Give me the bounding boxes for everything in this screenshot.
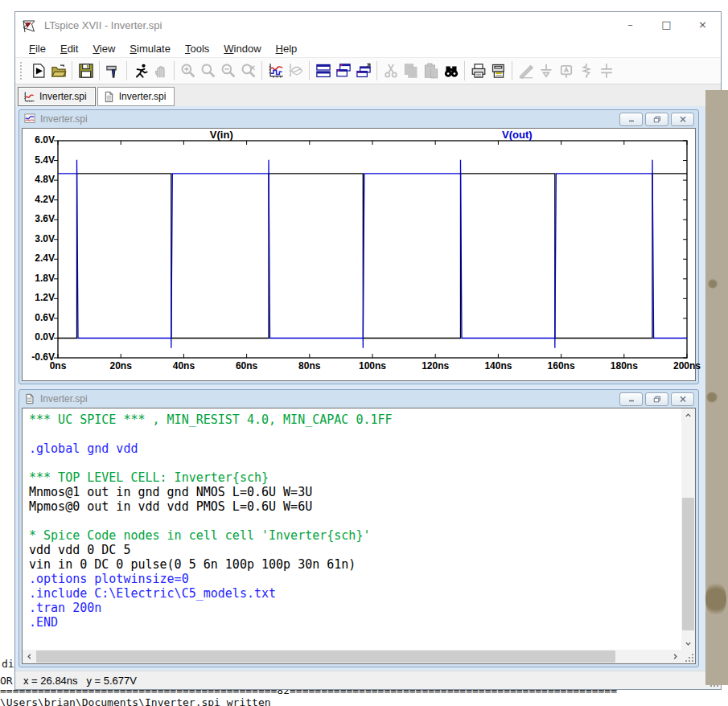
vertical-scrollbar[interactable] (681, 408, 695, 650)
copy-button[interactable] (401, 61, 421, 81)
scroll-up-button[interactable] (681, 408, 695, 421)
x-axis-tick-label: 160ns (548, 360, 575, 371)
child-minimize-button[interactable] (619, 113, 643, 126)
toolbar-grip[interactable] (20, 62, 25, 80)
status-bar: x = 26.84ns y = 5.677V (15, 671, 721, 689)
x-axis-tick-label: 20ns (110, 360, 132, 371)
tile-horizontal-button[interactable] (313, 61, 333, 81)
child-restore-button[interactable] (645, 113, 668, 126)
find-button[interactable] (441, 61, 461, 81)
y-axis-tick-label: 4.2V (23, 194, 55, 205)
toolbar-separator (72, 61, 72, 80)
menu-view[interactable]: View (85, 41, 122, 56)
background-desktop-strip (705, 90, 728, 685)
restore-icon (653, 116, 661, 123)
trace-V(in) (58, 174, 687, 339)
capacitor-button[interactable] (596, 61, 616, 81)
save-button[interactable] (76, 61, 96, 81)
run-icon (31, 63, 47, 79)
netlist-window-titlebar[interactable]: Inverter.spi (19, 390, 698, 408)
vertical-scrollbar-thumb[interactable] (682, 498, 694, 630)
control-panel-button[interactable] (103, 61, 123, 81)
halt-button[interactable] (130, 61, 150, 81)
netlist-line: *** TOP LEVEL CELL: Inverter{sch} (29, 470, 681, 485)
zoom-in-icon (180, 63, 196, 79)
child-close-button[interactable] (671, 392, 694, 406)
horizontal-scrollbar[interactable] (23, 650, 681, 663)
mdi-area: Inverter.spi 6.0V5.4V4.8V4.2V3.6V3.0V2.4… (15, 106, 721, 673)
pan-button[interactable] (150, 61, 171, 81)
paste-button[interactable] (421, 61, 441, 81)
run-button[interactable] (28, 61, 48, 81)
scroll-right-button[interactable] (668, 650, 681, 663)
child-restore-button[interactable] (645, 392, 668, 406)
waveform-chart[interactable] (23, 129, 697, 382)
menu-window[interactable]: Window (216, 41, 268, 56)
maximize-button[interactable]: □ (648, 12, 685, 36)
waveform-tab-icon (23, 91, 35, 103)
close-icon (679, 396, 687, 403)
minimize-button[interactable]: – (612, 12, 648, 36)
cut-button[interactable] (380, 61, 401, 81)
x-axis-tick-label: 200ns (673, 360, 701, 371)
title-bar[interactable]: LTspice XVII - Inverter.spi – □ × (15, 12, 721, 39)
open-button[interactable] (48, 61, 68, 81)
trace-label-V(in)[interactable]: V(in) (210, 129, 233, 141)
y-axis-tick-label: 1.8V (23, 273, 55, 284)
resistor-button[interactable] (576, 61, 596, 81)
plot-area[interactable]: 6.0V5.4V4.8V4.2V3.6V3.0V2.4V1.8V1.2V0.6V… (23, 129, 695, 380)
menu-tools[interactable]: Tools (178, 41, 216, 56)
tab-netlist[interactable]: Inverter.spi (97, 87, 175, 106)
toolbar-separator (99, 61, 100, 80)
tile-horizontal-icon (315, 63, 331, 79)
y-axis-tick-label: 2.4V (23, 252, 55, 264)
menu-file[interactable]: File (22, 41, 53, 56)
child-minimize-button[interactable] (619, 392, 643, 406)
scroll-down-button[interactable] (681, 637, 695, 650)
menu-help[interactable]: Help (269, 41, 305, 56)
zoom-in-button[interactable] (178, 61, 198, 81)
netlist-editor[interactable]: *** UC SPICE *** , MIN_RESIST 4.0, MIN_C… (22, 408, 696, 664)
toolbar (15, 58, 721, 84)
scroll-left-button[interactable] (23, 650, 35, 663)
zoom-out-button[interactable] (218, 61, 238, 81)
resize-grip[interactable] (685, 654, 693, 662)
horizontal-scrollbar-thumb[interactable] (36, 651, 615, 663)
ltspice-logo-icon (22, 18, 38, 34)
menu-edit[interactable]: Edit (53, 41, 85, 56)
zoom-full-button[interactable] (238, 61, 258, 81)
tab-waveform[interactable]: Inverter.spi (18, 87, 96, 106)
trace-V(out) (58, 160, 687, 348)
toolbar-separator (261, 61, 262, 80)
cascade-arrow-icon (356, 63, 372, 79)
netlist-line: vin in 0 DC 0 pulse(0 5 6n 100p 100p 30n… (29, 557, 681, 572)
netlist-line (29, 456, 681, 470)
zoom-back-button[interactable] (198, 61, 218, 81)
x-axis-tick-label: 120ns (422, 360, 449, 371)
waveform-window-titlebar[interactable]: Inverter.spi (19, 110, 698, 128)
print-preview-button[interactable] (488, 61, 508, 81)
eye-diagram-icon (288, 63, 304, 79)
netlist-line: .include C:\Electric\C5_models.txt (29, 586, 681, 601)
y-axis-tick-label: 6.0V (23, 134, 55, 146)
x-axis-tick-label: 100ns (359, 360, 386, 371)
zoom-full-icon (241, 63, 257, 79)
console-written-line: \Users\brian\Documents\Inverter.spi writ… (0, 696, 271, 706)
waveform-button[interactable] (265, 61, 286, 81)
wire-button[interactable] (516, 61, 536, 81)
netlist-text[interactable]: *** UC SPICE *** , MIN_RESIST 4.0, MIN_C… (23, 408, 681, 650)
y-axis-tick-label: 4.8V (23, 174, 55, 185)
eye-diagram-button[interactable] (286, 61, 306, 81)
halt-icon (133, 63, 149, 79)
trace-label-V(out)[interactable]: V(out) (502, 129, 533, 141)
waveform-plot-canvas[interactable]: 6.0V5.4V4.8V4.2V3.6V3.0V2.4V1.8V1.2V0.6V… (22, 128, 696, 381)
print-button[interactable] (468, 61, 488, 81)
child-close-button[interactable] (671, 113, 694, 126)
close-button[interactable]: × (685, 12, 721, 36)
label-button[interactable] (556, 61, 576, 81)
chevron-down-icon (685, 640, 692, 647)
menu-simulate[interactable]: Simulate (122, 41, 178, 56)
cascade-button[interactable] (333, 61, 353, 81)
cascade-arrow-button[interactable] (353, 61, 373, 81)
ground-button[interactable] (536, 61, 556, 81)
